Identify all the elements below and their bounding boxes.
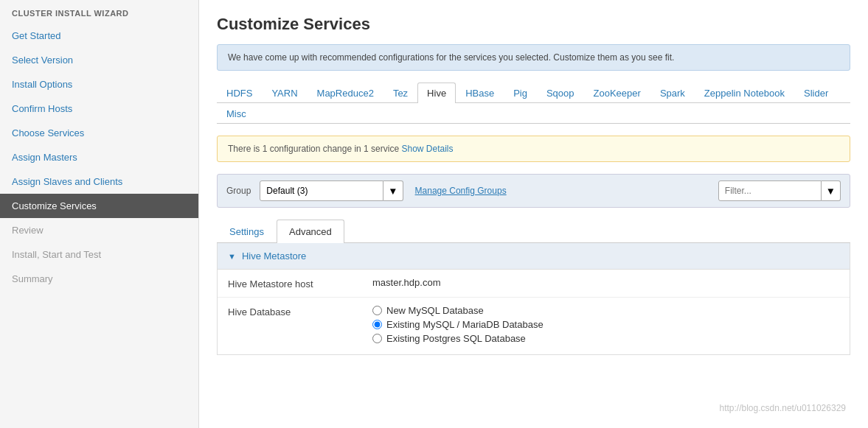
radio-option-new-mysql[interactable]: New MySQL Database <box>372 305 544 316</box>
service-tab-tez[interactable]: Tez <box>383 83 417 103</box>
sidebar-item-assign-slaves[interactable]: Assign Slaves and Clients <box>0 169 198 194</box>
collapse-icon[interactable]: ▼ <box>228 252 236 261</box>
config-tabs: SettingsAdvanced <box>217 220 850 243</box>
config-value-hive-database: New MySQL DatabaseExisting MySQL / Maria… <box>372 305 544 347</box>
hive-metastore-section: ▼ Hive Metastore Hive Metastore hostmast… <box>217 243 850 355</box>
group-caret-button[interactable]: ▼ <box>383 180 403 201</box>
filter-input[interactable] <box>718 180 822 201</box>
sidebar-item-select-version[interactable]: Select Version <box>0 48 198 72</box>
service-tab-hive[interactable]: Hive <box>417 83 456 103</box>
config-tab-advanced[interactable]: Advanced <box>277 220 344 243</box>
group-select-wrap: ▼ <box>260 180 403 201</box>
sidebar-item-review: Review <box>0 218 198 242</box>
config-row-hive-metastore-host: Hive Metastore hostmaster.hdp.com <box>218 270 850 298</box>
warning-text: There is 1 configuration change in 1 ser… <box>228 144 401 154</box>
config-row-hive-database: Hive DatabaseNew MySQL DatabaseExisting … <box>218 298 850 354</box>
filter-caret-button[interactable]: ▼ <box>822 180 841 201</box>
config-tab-settings[interactable]: Settings <box>217 220 277 243</box>
watermark: http://blog.csdn.net/u011026329 <box>720 403 846 413</box>
radio-existing-postgres[interactable] <box>372 334 382 343</box>
service-tab-sqoop[interactable]: Sqoop <box>537 83 584 103</box>
filter-wrap: ▼ <box>718 180 841 201</box>
main-content: Customize Services We have come up with … <box>199 0 868 428</box>
group-label: Group <box>226 186 251 196</box>
group-bar: Group ▼ Manage Config Groups ▼ <box>217 174 850 208</box>
service-tab-pig[interactable]: Pig <box>504 83 537 103</box>
service-tab-hbase[interactable]: HBase <box>456 83 504 103</box>
sidebar-header: CLUSTER INSTALL WIZARD <box>0 0 198 24</box>
manage-config-groups-link[interactable]: Manage Config Groups <box>415 186 507 196</box>
service-tab-misc[interactable]: Misc <box>217 103 256 124</box>
service-tab-hdfs[interactable]: HDFS <box>217 83 262 103</box>
service-tab-spark[interactable]: Spark <box>650 83 695 103</box>
service-tab-zookeeper[interactable]: ZooKeeper <box>584 83 650 103</box>
radio-label-existing-postgres: Existing Postgres SQL Database <box>386 333 526 344</box>
sidebar-item-summary: Summary <box>0 267 198 291</box>
service-tab-mapreduce2[interactable]: MapReduce2 <box>308 83 383 103</box>
details-link[interactable]: Details <box>426 144 454 154</box>
sidebar-item-customize-services[interactable]: Customize Services <box>0 194 198 218</box>
sidebar-item-confirm-hosts[interactable]: Confirm Hosts <box>0 97 198 121</box>
config-value-hive-metastore-host: master.hdp.com <box>372 277 441 288</box>
config-label-hive-metastore-host: Hive Metastore host <box>228 277 361 290</box>
sidebar-item-install-start-test: Install, Start and Test <box>0 242 198 267</box>
group-select-input[interactable] <box>260 180 383 201</box>
radio-label-new-mysql: New MySQL Database <box>386 305 484 316</box>
info-banner: We have come up with recommended configu… <box>217 44 850 71</box>
warning-banner: There is 1 configuration change in 1 ser… <box>217 136 850 162</box>
radio-label-existing-mysql: Existing MySQL / MariaDB Database <box>386 319 544 330</box>
service-tab-yarn[interactable]: YARN <box>262 83 307 103</box>
radio-option-existing-postgres[interactable]: Existing Postgres SQL Database <box>372 333 544 344</box>
show-link[interactable]: Show <box>401 144 423 154</box>
sidebar: CLUSTER INSTALL WIZARD Get StartedSelect… <box>0 0 199 428</box>
service-tab-slider[interactable]: Slider <box>794 83 838 103</box>
radio-option-existing-mysql[interactable]: Existing MySQL / MariaDB Database <box>372 319 544 330</box>
section-header: ▼ Hive Metastore <box>218 243 850 270</box>
config-label-hive-database: Hive Database <box>228 305 361 318</box>
sidebar-item-get-started[interactable]: Get Started <box>0 24 198 48</box>
radio-existing-mysql[interactable] <box>372 320 382 329</box>
sidebar-item-install-options[interactable]: Install Options <box>0 72 198 97</box>
sidebar-item-assign-masters[interactable]: Assign Masters <box>0 145 198 169</box>
service-tab-zeppelin-notebook[interactable]: Zeppelin Notebook <box>695 83 794 103</box>
page-title: Customize Services <box>217 15 850 34</box>
sidebar-item-choose-services[interactable]: Choose Services <box>0 121 198 145</box>
section-content: Hive Metastore hostmaster.hdp.comHive Da… <box>218 270 850 354</box>
radio-new-mysql[interactable] <box>372 306 382 315</box>
section-title: Hive Metastore <box>242 250 306 262</box>
